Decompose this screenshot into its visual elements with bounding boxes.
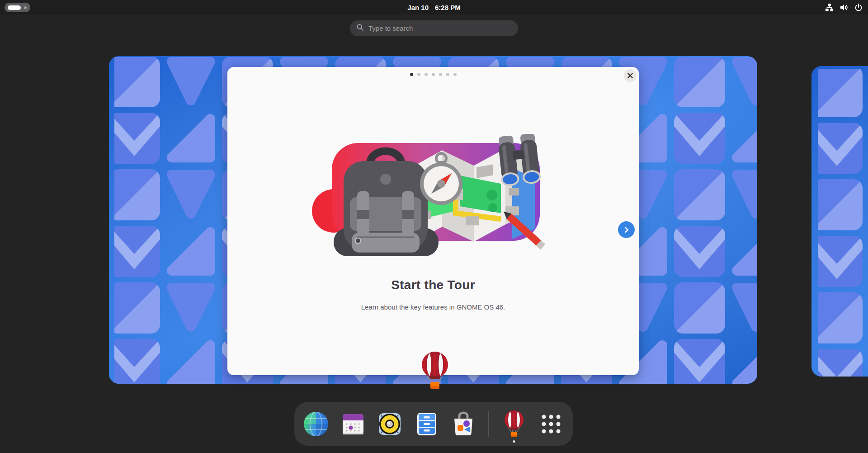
close-icon [627,73,633,78]
carousel-dot-3[interactable] [425,73,428,76]
dock-item-tour[interactable] [500,410,528,438]
carousel-dots [227,73,639,76]
carousel-dot-4[interactable] [432,73,435,76]
tour-illustration [307,134,560,256]
tour-subtitle: Learn about the key features in GNOME OS… [227,303,639,311]
carousel-dot-5[interactable] [439,73,442,76]
app-grid-icon [540,413,562,435]
tour-title: Start the Tour [227,278,639,292]
clock[interactable]: Jan 10 6:28 PM [0,0,868,14]
carousel-dot-7[interactable] [453,73,457,76]
chevron-right-icon [623,227,630,233]
dock-item-files[interactable] [413,410,440,438]
dock-item-app-grid[interactable] [538,410,565,438]
web-browser-globe-icon [302,410,330,438]
search-input[interactable] [368,24,512,32]
next-button[interactable] [618,221,635,238]
close-button[interactable] [624,69,637,82]
music-speaker-icon [376,410,403,438]
network-wired-icon [825,3,834,12]
system-status-area[interactable] [825,0,863,14]
tour-hot-air-balloon-icon [502,410,526,438]
tour-window[interactable]: Start the Tour Learn about the key featu… [227,67,639,375]
hot-air-balloon-icon[interactable] [419,351,451,390]
workspace-thumbnail-next[interactable] [811,66,868,377]
dock-separator [488,411,489,437]
search-icon [356,24,364,33]
volume-icon [840,3,849,12]
dock-item-software[interactable] [450,410,477,438]
files-cabinet-icon [413,410,440,438]
search-bar[interactable] [350,20,518,36]
dock-item-music[interactable] [376,410,403,438]
clock-time: 6:28 PM [435,4,461,11]
top-bar: Jan 10 6:28 PM [0,0,868,14]
carousel-dot-2[interactable] [417,73,420,76]
wallpaper [811,66,868,377]
running-indicator-dot [513,440,515,443]
dock [294,402,573,446]
dock-item-calendar[interactable] [339,410,366,438]
calendar-icon [340,410,367,438]
carousel-dot-1[interactable] [410,73,413,76]
clock-date: Jan 10 [407,4,429,11]
power-icon [854,3,863,12]
software-store-bag-icon [450,410,477,438]
dock-item-web-browser[interactable] [302,410,330,438]
carousel-dot-6[interactable] [446,73,449,76]
